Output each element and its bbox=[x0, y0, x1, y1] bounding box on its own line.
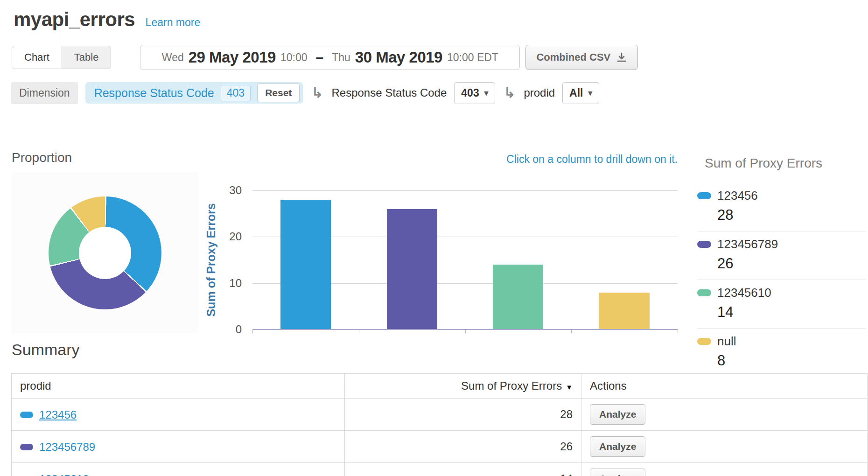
end-date-label: 30 May 2019 bbox=[355, 49, 442, 66]
legend-title: Sum of Proxy Errors bbox=[705, 156, 866, 171]
bar-123456[interactable] bbox=[280, 200, 331, 329]
bar-slot bbox=[252, 190, 359, 329]
series-color-swatch bbox=[697, 289, 711, 296]
legend-item-label: 12345610 bbox=[717, 286, 771, 300]
y-axis-label: Sum of Proxy Errors bbox=[204, 203, 218, 316]
prodid-dropdown-value: All bbox=[569, 87, 583, 99]
active-filter-value: 403 bbox=[221, 85, 251, 101]
date-range-picker[interactable]: Wed 29 May 2019 10:00 – Thu 30 May 2019 … bbox=[140, 45, 520, 70]
start-time-label: 10:00 bbox=[280, 51, 308, 64]
x-tick bbox=[571, 329, 572, 333]
x-tick bbox=[465, 329, 466, 333]
legend-item: null8 bbox=[697, 329, 866, 377]
legend-item: 1234561014 bbox=[697, 280, 866, 329]
bar-slot bbox=[359, 190, 465, 329]
value-cell: 26 bbox=[345, 431, 581, 463]
learn-more-link[interactable]: Learn more bbox=[146, 16, 201, 28]
legend-item-value: 8 bbox=[717, 352, 866, 369]
y-tick-label: 20 bbox=[229, 230, 242, 243]
bar-slot bbox=[465, 190, 572, 329]
start-date-label: 29 May 2019 bbox=[189, 49, 276, 66]
start-day-label: Wed bbox=[162, 51, 184, 64]
filter-row: Dimension Response Status Code 403 Reset… bbox=[11, 82, 599, 104]
prodid-link[interactable]: 12345610 bbox=[39, 473, 89, 476]
legend-item-label: 123456 bbox=[717, 189, 758, 203]
series-color-swatch bbox=[20, 412, 33, 418]
y-tick-labels: 0102030 bbox=[219, 190, 242, 329]
active-filter-name: Response Status Code bbox=[94, 86, 214, 100]
bar-series bbox=[252, 190, 678, 329]
prodid-link[interactable]: 123456789 bbox=[39, 441, 95, 453]
status-code-dropdown-value: 403 bbox=[461, 87, 479, 99]
table-row: 12345678926Analyze bbox=[12, 431, 868, 463]
analyze-button[interactable]: Analyze bbox=[590, 404, 645, 425]
active-filter-pill: Response Status Code 403 Reset bbox=[85, 82, 303, 104]
view-toggle: Chart Table bbox=[12, 46, 111, 69]
bar-12345610[interactable] bbox=[493, 265, 543, 329]
csv-button-label: Combined CSV bbox=[536, 51, 610, 63]
analytics-dashboard: myapi_errors Learn more Chart Table Wed … bbox=[0, 0, 868, 476]
legend-item-label: 123456789 bbox=[717, 237, 778, 252]
bar-slot bbox=[571, 190, 678, 329]
donut-hole bbox=[79, 227, 131, 279]
value-cell: 28 bbox=[345, 399, 581, 431]
column-header-actions: Actions bbox=[581, 374, 868, 399]
series-color-swatch bbox=[697, 338, 711, 345]
legend-items: 12345628123456789261234561014null8 bbox=[697, 183, 866, 377]
value-cell: 14 bbox=[345, 463, 581, 476]
prodid-dropdown[interactable]: All ▾ bbox=[562, 82, 599, 104]
sort-desc-icon: ▼ bbox=[566, 383, 573, 391]
page-title: myapi_errors bbox=[14, 8, 135, 30]
status-code-dropdown[interactable]: 403 ▾ bbox=[454, 82, 495, 104]
legend-item-label: null bbox=[717, 334, 736, 349]
legend-item-value: 26 bbox=[717, 255, 866, 272]
column-header-sum[interactable]: Sum of Proxy Errors▼ bbox=[345, 374, 581, 399]
bar-chart bbox=[252, 190, 678, 329]
y-tick-label: 30 bbox=[229, 184, 242, 197]
date-range-separator: – bbox=[315, 49, 323, 65]
prodid-cell: 123456 bbox=[12, 399, 345, 431]
proportion-title: Proportion bbox=[12, 150, 72, 165]
legend-item-value: 28 bbox=[717, 207, 866, 224]
bar-null[interactable] bbox=[599, 293, 650, 329]
legend-item: 12345678926 bbox=[697, 231, 866, 280]
table-row: 12345628Analyze bbox=[12, 399, 868, 431]
drilldown-arrow-icon: ↳ bbox=[504, 86, 515, 100]
x-tick bbox=[252, 329, 253, 333]
column-header-prodid: prodid bbox=[12, 374, 345, 399]
series-color-swatch bbox=[697, 241, 711, 248]
y-tick-label: 0 bbox=[236, 323, 242, 336]
column-header-sum-label: Sum of Proxy Errors bbox=[461, 379, 562, 392]
series-color-swatch bbox=[697, 192, 711, 199]
drilldown-hint: Click on a column to drill down on it. bbox=[252, 153, 678, 166]
chevron-down-icon: ▾ bbox=[484, 88, 489, 98]
x-tick bbox=[678, 329, 678, 333]
y-tick-label: 10 bbox=[229, 277, 242, 290]
prodid-cell: 123456789 bbox=[12, 431, 345, 463]
table-view-button[interactable]: Table bbox=[62, 46, 111, 69]
legend: Sum of Proxy Errors 12345628123456789261… bbox=[697, 156, 866, 377]
combined-csv-button[interactable]: Combined CSV bbox=[525, 45, 638, 70]
chart-view-button[interactable]: Chart bbox=[12, 46, 62, 69]
reset-button[interactable]: Reset bbox=[257, 84, 300, 102]
drilldown-arrow-icon: ↳ bbox=[311, 86, 323, 100]
analyze-button[interactable]: Analyze bbox=[590, 469, 645, 476]
header: myapi_errors Learn more bbox=[14, 8, 200, 31]
download-icon bbox=[616, 52, 627, 63]
summary-title: Summary bbox=[12, 341, 79, 359]
series-color-swatch bbox=[20, 444, 33, 450]
bar-123456789[interactable] bbox=[387, 209, 437, 329]
x-tick bbox=[359, 329, 359, 333]
donut-panel bbox=[12, 172, 198, 333]
actions-cell: Analyze bbox=[581, 431, 868, 463]
drilldown-label-prodid: prodid bbox=[524, 86, 555, 99]
end-time-label: 10:00 EDT bbox=[447, 51, 498, 64]
dimension-label: Dimension bbox=[11, 82, 78, 104]
chevron-down-icon: ▾ bbox=[588, 88, 592, 98]
legend-item-value: 14 bbox=[717, 304, 866, 321]
prodid-link[interactable]: 123456 bbox=[39, 408, 77, 421]
drilldown-label-status-code: Response Status Code bbox=[331, 86, 447, 99]
legend-item: 12345628 bbox=[697, 183, 866, 231]
donut-chart[interactable] bbox=[49, 196, 161, 309]
analyze-button[interactable]: Analyze bbox=[590, 436, 645, 457]
